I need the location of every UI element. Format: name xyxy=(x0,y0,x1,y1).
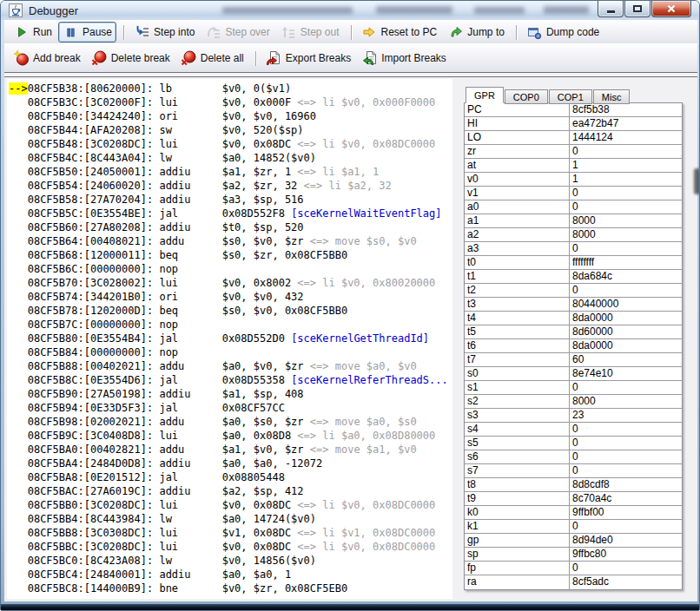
register-value[interactable]: 0 xyxy=(570,187,682,200)
register-value[interactable]: ffffffff xyxy=(570,256,682,269)
toolbar-button-delete-break[interactable]: Delete break xyxy=(87,48,175,69)
tab-misc[interactable]: Misc xyxy=(593,89,631,104)
register-value[interactable]: 1444124 xyxy=(570,131,682,144)
toolbar-button-run[interactable]: Run xyxy=(9,22,56,43)
disasm-line[interactable]: 08CF5B44:[AFA20208]: sw $v0, 520($sp) xyxy=(9,123,452,137)
disasm-line[interactable]: 08CF5B80:[0E3554B4]: jal 0x08D552D0 [sce… xyxy=(9,332,452,345)
disasm-line[interactable]: 08CF5B3C:[3C02000F]: lui $v0, 0x000F <=>… xyxy=(9,95,452,109)
tab-cop1[interactable]: COP1 xyxy=(549,89,592,104)
disasm-line[interactable]: 08CF5BAC:[27A6019C]: addiu $a2, $sp, 412 xyxy=(9,484,452,498)
disasm-line[interactable]: 08CF5B90:[27A50198]: addiu $a1, $sp, 408 xyxy=(9,387,452,401)
toolbar-button-import-breaks[interactable]: Import Breaks xyxy=(357,48,451,69)
disasm-line[interactable]: 08CF5B68:[12000011]: beq $s0, $zr, 0x08C… xyxy=(9,248,452,262)
disasm-line[interactable]: 08CF5B50:[24050001]: addiu $a1, $zr, 1 <… xyxy=(9,165,452,179)
disasm-line[interactable]: 08CF5B40:[34424240]: ori $v0, $v0, 16960 xyxy=(9,109,452,123)
register-value[interactable]: 1 xyxy=(570,159,682,172)
tab-cop0[interactable]: COP0 xyxy=(505,89,548,104)
register-value[interactable]: 8da684c xyxy=(570,270,682,283)
disasm-line[interactable]: 08CF5B58:[27A70204]: addiu $a3, $sp, 516 xyxy=(9,193,452,207)
toolbar-button-reset-to-pc[interactable]: Reset to PC xyxy=(357,22,442,43)
toolbar-button-dump-code[interactable]: Dump code xyxy=(522,22,604,43)
register-name: s2 xyxy=(465,395,570,408)
register-value[interactable]: 0 xyxy=(570,200,682,214)
disasm-line[interactable]: 08CF5BA4:[2484D0D8]: addiu $a0, $a0, -12… xyxy=(9,457,452,470)
toolbar-button-export-breaks[interactable]: Export Breaks xyxy=(261,48,355,69)
disasm-line[interactable]: 08CF5BB8:[3C0308DC]: lui $v1, 0x08DC <=>… xyxy=(9,526,452,540)
disasm-line[interactable]: 08CF5BC4:[24840001]: addiu $a0, $a0, 1 xyxy=(9,568,452,581)
disasm-line[interactable]: -->08CF5B38:[80620000]: lb $v0, 0($v1) xyxy=(9,82,452,95)
register-value[interactable]: 0 xyxy=(570,242,682,255)
register-value[interactable]: 0 xyxy=(570,381,682,394)
register-value[interactable]: 0 xyxy=(570,145,682,158)
toolbar-button-add-break[interactable]: Add break xyxy=(9,48,85,69)
tab-gpr[interactable]: GPR xyxy=(466,87,504,103)
toolbar-button-pause[interactable]: Pause xyxy=(58,22,116,43)
register-value[interactable]: 0 xyxy=(570,437,682,450)
disasm-line[interactable]: 08CF5B4C:[8C443A04]: lw $a0, 14852($v0) xyxy=(9,151,452,165)
disasm-line[interactable]: 08CF5B54:[24060020]: addiu $a2, $zr, 32 … xyxy=(9,179,452,193)
minimize-button[interactable] xyxy=(598,1,624,17)
register-value[interactable]: 23 xyxy=(570,409,682,422)
register-value[interactable]: 8cf5adc xyxy=(570,575,682,589)
register-value[interactable]: 8e74e10 xyxy=(570,367,682,380)
disasm-symbol-link[interactable]: [sceKernelReferThreadS... xyxy=(285,374,448,386)
register-value[interactable]: 8d94de0 xyxy=(570,534,682,547)
disasm-line[interactable]: 08CF5BC0:[8C423A08]: lw $v0, 14856($v0) xyxy=(9,554,452,568)
disasm-address-opcode: 08CF5B60:[27A80208]: xyxy=(28,221,160,233)
disasm-instruction: beq $s0, $v0, 0x08CF5BB0 xyxy=(159,305,347,317)
register-value[interactable]: 60 xyxy=(570,353,682,366)
disasm-line[interactable]: 08CF5B94:[0E33D5F3]: jal 0x08CF57CC xyxy=(9,401,452,415)
register-value[interactable]: 0 xyxy=(570,464,682,477)
toolbar-button-delete-all[interactable]: Delete all xyxy=(176,48,248,69)
disasm-line[interactable]: 08CF5BC8:[144000B9]: bne $v0, $zr, 0x08C… xyxy=(9,581,452,595)
register-value[interactable]: 8000 xyxy=(570,395,682,408)
disasm-line[interactable]: 08CF5B9C:[3C0408D8]: lui $a0, 0x08D8 <=>… xyxy=(9,429,452,443)
register-value[interactable]: 8da0000 xyxy=(570,339,682,352)
register-value[interactable]: 9ffbf00 xyxy=(570,506,682,519)
disasm-line[interactable]: 08CF5B8C:[0E3554D6]: jal 0x08D55358 [sce… xyxy=(9,373,452,387)
disasm-line[interactable]: 08CF5BA8:[0E201512]: jal 0x08805448 xyxy=(9,470,452,484)
register-value[interactable]: 8d8cdf8 xyxy=(570,478,682,491)
disasm-symbol-link[interactable]: [sceKernelGetThreadId] xyxy=(285,332,429,345)
disasm-address-opcode: 08CF5B4C:[8C443A04]: xyxy=(28,152,160,164)
register-value[interactable]: 0 xyxy=(570,423,682,436)
titlebar[interactable]: Debugger xyxy=(1,1,699,20)
register-value[interactable]: 0 xyxy=(570,562,682,575)
disasm-line[interactable]: 08CF5B48:[3C0208DC]: lui $v0, 0x08DC <=>… xyxy=(9,137,452,151)
disasm-symbol-link[interactable]: [sceKernelWaitEventFlag] xyxy=(285,207,442,220)
disasm-line[interactable]: 08CF5B88:[00402021]: addu $a0, $v0, $zr … xyxy=(9,359,452,373)
disasm-line[interactable]: 08CF5BB0:[3C0208DC]: lui $v0, 0x08DC <=>… xyxy=(9,498,452,512)
maximize-button[interactable] xyxy=(624,1,650,17)
register-value[interactable]: 8c70a4c xyxy=(570,492,682,505)
register-value[interactable]: 0 xyxy=(570,520,682,533)
register-value[interactable]: ea472b47 xyxy=(570,117,682,130)
disasm-line[interactable]: 08CF5BA0:[00402821]: addu $a1, $v0, $zr … xyxy=(9,443,452,457)
disasm-line[interactable]: 08CF5B74:[344201B0]: ori $v0, $v0, 432 xyxy=(9,290,452,304)
register-value[interactable]: 0 xyxy=(570,284,682,297)
register-value[interactable]: 8d60000 xyxy=(570,325,682,338)
disasm-line[interactable]: 08CF5B70:[3C028002]: lui $v0, 0x8002 <=>… xyxy=(9,276,452,290)
disasm-line[interactable]: 08CF5B78:[1202000D]: beq $s0, $v0, 0x08C… xyxy=(9,304,452,318)
disasm-line[interactable]: 08CF5B6C:[00000000]: nop xyxy=(9,262,452,276)
register-value[interactable]: 8da0000 xyxy=(570,312,682,325)
register-value[interactable]: 8000 xyxy=(570,228,682,241)
disasm-line[interactable]: 08CF5B7C:[00000000]: nop xyxy=(9,318,452,332)
register-value[interactable]: 1 xyxy=(570,173,682,186)
disasm-line[interactable]: 08CF5B60:[27A80208]: addiu $t0, $sp, 520 xyxy=(9,220,452,234)
disasm-line[interactable]: 08CF5B5C:[0E3554BE]: jal 0x08D552F8 [sce… xyxy=(9,207,452,220)
disasm-line[interactable]: 08CF5BBC:[3C0208DC]: lui $v0, 0x08DC <=>… xyxy=(9,540,452,554)
disassembly-list[interactable]: -->08CF5B38:[80620000]: lb $v0, 0($v1) 0… xyxy=(7,79,452,599)
disasm-line[interactable]: 08CF5B98:[02002021]: addu $a0, $s0, $zr … xyxy=(9,415,452,429)
disasm-line[interactable]: 08CF5B84:[00000000]: nop xyxy=(9,345,452,359)
disasm-address-opcode: 08CF5B38:[80620000]: xyxy=(28,82,160,95)
register-value[interactable]: 80440000 xyxy=(570,298,682,311)
toolbar-button-jump-to[interactable]: Jump to xyxy=(443,22,509,43)
disasm-line[interactable]: 08CF5BB4:[8C443984]: lw $a0, 14724($v0) xyxy=(9,512,452,526)
register-value[interactable]: 0 xyxy=(570,450,682,463)
disasm-line[interactable]: 08CF5B64:[00408021]: addu $s0, $v0, $zr … xyxy=(9,234,452,248)
register-value[interactable]: 8cf5b38 xyxy=(570,103,682,116)
close-button[interactable] xyxy=(651,1,691,17)
register-value[interactable]: 8000 xyxy=(570,214,682,227)
register-value[interactable]: 9ffbc80 xyxy=(570,548,682,561)
toolbar-button-step-into[interactable]: Step into xyxy=(129,22,199,43)
